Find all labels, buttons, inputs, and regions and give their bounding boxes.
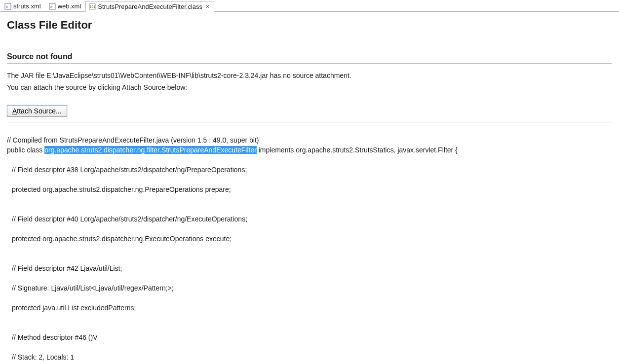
svg-text:x: x	[6, 4, 8, 9]
tab-web-xml[interactable]: x web.xml	[45, 0, 86, 11]
section-heading: Source not found	[7, 52, 612, 61]
editor-tab-bar: x struts.xml x web.xml 101 StrutsPrepare…	[0, 0, 619, 12]
code-line: // Field descriptor #42 Ljava/util/List;	[7, 263, 612, 273]
code-line: // Method descriptor #46 ()V	[7, 332, 612, 342]
code-line: protected org.apache.struts2.dispatcher.…	[7, 234, 612, 244]
svg-text:x: x	[50, 4, 52, 9]
code-line: protected org.apache.struts2.dispatcher.…	[7, 184, 612, 194]
code-line: // Signature: Ljava/util/List<Ljava/util…	[7, 283, 612, 293]
divider	[7, 63, 612, 64]
class-file-icon: 101	[89, 3, 96, 10]
code-line: // Field descriptor #40 Lorg/apache/stru…	[7, 214, 612, 224]
divider	[7, 122, 612, 122]
code-line: protected java.util.List excludedPattern…	[7, 303, 612, 313]
tab-label: struts.xml	[13, 2, 41, 10]
tab-struts-xml[interactable]: x struts.xml	[1, 0, 45, 11]
attach-source-button[interactable]: Attach Source...	[7, 105, 67, 117]
tab-class-file[interactable]: 101 StrutsPrepareAndExecuteFilter.class …	[85, 1, 214, 12]
code-line: // Stack: 2, Locals: 1	[7, 352, 612, 362]
code-line: // Compiled from StrutsPrepareAndExecute…	[7, 136, 259, 144]
button-label-rest: ttach Source...	[17, 107, 61, 115]
tab-label: StrutsPrepareAndExecuteFilter.class	[98, 3, 202, 10]
decompiled-code: // Compiled from StrutsPrepareAndExecute…	[7, 125, 612, 364]
xml-file-icon: x	[4, 3, 11, 10]
code-line: // Field descriptor #38 Lorg/apache/stru…	[7, 165, 612, 175]
editor-content: Class File Editor Source not found The J…	[0, 12, 619, 364]
mnemonic-key: A	[12, 107, 17, 115]
tab-label: web.xml	[58, 2, 81, 10]
highlighted-class-name: org.apache.struts2.dispatcher.ng.filter.…	[44, 146, 257, 154]
code-line: public class org.apache.struts2.dispatch…	[7, 146, 458, 154]
close-icon[interactable]: ✕	[205, 3, 210, 10]
page-title: Class File Editor	[7, 19, 612, 32]
message-line-2: You can attach the source by clicking At…	[7, 83, 612, 91]
message-line-1: The JAR file E:\JavaEclipse\struts01\Web…	[7, 72, 612, 79]
svg-text:101: 101	[90, 5, 96, 8]
xml-file-icon: x	[49, 3, 56, 10]
